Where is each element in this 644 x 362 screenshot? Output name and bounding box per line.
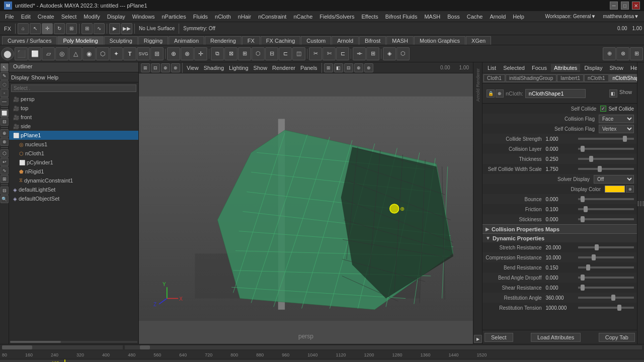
shelf-mirror[interactable]: ⬲ xyxy=(353,47,366,60)
attr-show-label[interactable]: Show xyxy=(618,89,633,98)
menu-display[interactable]: Display xyxy=(104,13,128,21)
node-tab-shading[interactable]: initialShadingGroup xyxy=(506,74,556,82)
vp-menu-lighting[interactable]: Lighting xyxy=(227,64,251,71)
render-btn[interactable]: ▶ xyxy=(109,23,120,34)
vp-icon-2[interactable]: ◧ xyxy=(334,63,343,72)
tool-face[interactable]: ⊟ xyxy=(1,118,9,126)
menu-help[interactable]: Help xyxy=(510,13,527,21)
attr-collapse-icon[interactable]: ◧ xyxy=(609,89,617,98)
restore-button[interactable]: □ xyxy=(621,2,629,10)
menu-nparticles[interactable]: nParticles xyxy=(158,13,189,21)
shelf-magnet[interactable]: ⊕ xyxy=(167,47,180,60)
attr-copy-tab-button[interactable]: Copy Tab xyxy=(599,333,635,342)
menu-effects[interactable]: Effects xyxy=(358,13,381,21)
outliner-scroll-thumb[interactable] xyxy=(2,345,32,349)
shear-resistance-slider[interactable] xyxy=(578,287,634,289)
scale-tool[interactable]: ⊞ xyxy=(66,23,77,34)
attr-tab-display[interactable]: Display xyxy=(581,64,605,72)
user-account[interactable]: matthew.desa▼ xyxy=(600,13,642,20)
vp-menu-shading[interactable]: Shading xyxy=(202,64,226,71)
tab-curves[interactable]: Curves / Surfaces xyxy=(2,36,57,45)
menu-fields[interactable]: Fields/Solvers xyxy=(316,13,357,21)
menu-arnold[interactable]: Arnold xyxy=(487,13,509,21)
close-button[interactable]: ✕ xyxy=(632,2,640,10)
tool-crv[interactable]: ∿ xyxy=(1,166,9,174)
shelf-fill[interactable]: ◫ xyxy=(292,47,305,60)
attr-bookmark-icon[interactable]: ⊕ xyxy=(496,89,504,98)
menu-ncache[interactable]: nCache xyxy=(290,13,315,21)
outliner-item-persp[interactable]: 🎥 persp xyxy=(9,95,138,104)
bend-angle-dropoff-slider[interactable] xyxy=(578,277,634,279)
self-collide-width-slider[interactable] xyxy=(578,168,634,170)
outliner-item-side[interactable]: 🎥 side xyxy=(9,122,138,131)
render-seq[interactable]: ▶▶ xyxy=(121,23,132,34)
outliner-item-dynconstraint1[interactable]: ⧖ dynamicConstraint1 xyxy=(9,176,138,185)
menu-fluids[interactable]: Fluids xyxy=(190,13,211,21)
shelf-smooth[interactable]: ⬡ xyxy=(252,47,265,60)
outliner-item-pcylinder1[interactable]: ⬜ pCylinder1 xyxy=(9,158,138,167)
tab-mash[interactable]: MASH xyxy=(386,36,414,45)
tool-measure[interactable]: ⊗ xyxy=(1,138,9,146)
collide-strength-slider[interactable] xyxy=(578,138,634,140)
outliner-hscrollbar[interactable] xyxy=(10,341,137,343)
tool-select[interactable]: ↖ xyxy=(1,63,9,71)
shelf-orient[interactable]: ⊗ xyxy=(616,47,629,60)
attr-select-button[interactable]: Select xyxy=(485,333,513,342)
shelf-plane[interactable]: ▱ xyxy=(42,47,55,60)
workspace-selector[interactable]: Workspace: General▼ xyxy=(542,13,599,20)
outliner-menu-display[interactable]: Display xyxy=(11,74,29,80)
menu-bifrost[interactable]: Bifrost Fluids xyxy=(382,13,421,21)
minimize-button[interactable]: ─ xyxy=(610,2,618,10)
stickiness-slider[interactable] xyxy=(578,218,634,220)
vp-icon-1[interactable]: ⊞ xyxy=(324,63,333,72)
outliner-scrollbar-track[interactable] xyxy=(2,345,123,349)
outliner-item-defaultlightset[interactable]: ◈ defaultLightSet xyxy=(9,185,138,194)
shelf-disk[interactable]: ◉ xyxy=(83,47,96,60)
shelf-snap[interactable]: ⊞ xyxy=(630,47,643,60)
rotate-tool[interactable]: ↻ xyxy=(54,23,65,34)
vp-menu-show[interactable]: Show xyxy=(252,64,270,71)
attr-tab-list[interactable]: List xyxy=(485,64,499,72)
display-color-swatch[interactable] xyxy=(605,186,625,193)
attr-node-name-input[interactable] xyxy=(525,89,586,98)
tool-lasso[interactable]: ◌ xyxy=(1,80,9,88)
display-color-btn[interactable]: ⊕ xyxy=(626,186,634,193)
shelf-center[interactable]: ⊗ xyxy=(181,47,194,60)
node-tab-nclothshape1[interactable]: nClothShape1 xyxy=(609,74,637,82)
attr-tab-selected[interactable]: Selected xyxy=(500,64,528,72)
outliner-menu-show[interactable]: Show xyxy=(31,74,45,80)
vp-toolbar-4[interactable]: ⊗ xyxy=(171,63,180,72)
shelf-booleans[interactable]: ⊞ xyxy=(238,47,251,60)
shelf-bridge[interactable]: ⊏ xyxy=(279,47,292,60)
self-collide-checkbox[interactable]: ✓ xyxy=(600,106,606,112)
tab-rendering[interactable]: Rendering xyxy=(205,36,242,45)
tool-grid2[interactable]: ⊞ xyxy=(1,175,9,183)
menu-nhair[interactable]: nHair xyxy=(235,13,254,21)
tool-snap2[interactable]: ⊕ xyxy=(1,129,9,137)
menu-mash[interactable]: MASH xyxy=(421,13,443,21)
menu-nconstraint[interactable]: nConstraint xyxy=(255,13,289,21)
attr-load-attrs-button[interactable]: Load Attributes xyxy=(531,333,581,342)
shelf-sphere[interactable]: ⬤ xyxy=(1,47,14,60)
tab-motiongraphics[interactable]: Motion Graphics xyxy=(414,36,465,45)
menu-select[interactable]: Select xyxy=(58,13,80,21)
menu-boss[interactable]: Boss xyxy=(444,13,462,21)
shelf-bevel[interactable]: ⊏ xyxy=(336,47,349,60)
shelf-cube[interactable]: ⬛ xyxy=(15,47,28,60)
vp-menu-panels[interactable]: Panels xyxy=(298,64,319,71)
outliner-item-nrigid1[interactable]: ⬟ nRigid1 xyxy=(9,167,138,176)
shelf-knife[interactable]: ✂ xyxy=(309,47,322,60)
timeline-scroll-thumb[interactable] xyxy=(140,345,150,349)
tab-poly[interactable]: Poly Modeling xyxy=(57,36,103,45)
shelf-wireframe[interactable]: ⬡ xyxy=(396,47,410,60)
attr-tab-show[interactable]: Show xyxy=(606,64,626,72)
outliner-item-nucleus1[interactable]: ◎ nucleus1 xyxy=(9,140,138,149)
snap-grid[interactable]: ⊞ xyxy=(82,23,93,34)
tab-xgen[interactable]: XGen xyxy=(466,36,491,45)
tool-bend[interactable]: ↩ xyxy=(1,158,9,166)
vp-icon-5[interactable]: ⊗ xyxy=(364,63,373,72)
outliner-item-defaultobjset[interactable]: ◈ defaultObjectSet xyxy=(9,194,138,203)
menu-file[interactable]: File xyxy=(2,13,17,21)
vp-icon-3[interactable]: ⊟ xyxy=(344,63,353,72)
collision-layer-slider[interactable] xyxy=(578,148,634,150)
